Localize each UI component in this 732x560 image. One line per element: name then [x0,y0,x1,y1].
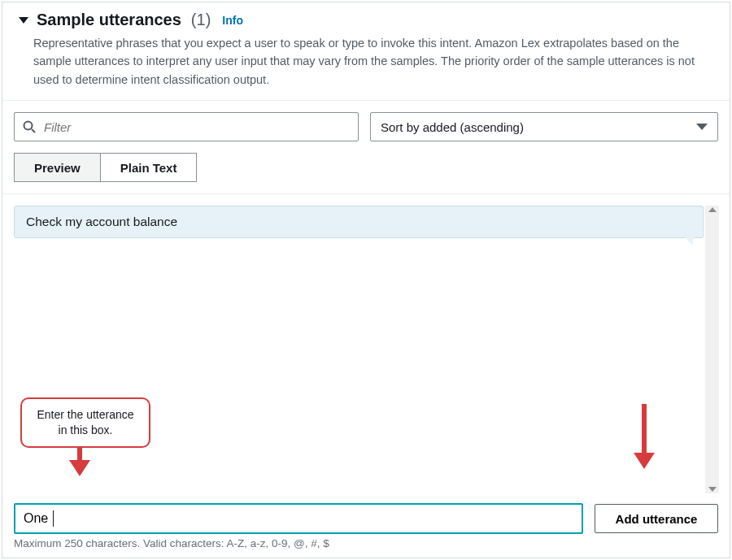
tab-plain-text[interactable]: Plain Text [101,153,198,182]
section-title: Sample utterances [37,11,181,29]
collapse-caret-icon[interactable] [19,17,28,24]
section-description: Representative phrases that you expect a… [19,34,713,89]
tab-preview[interactable]: Preview [14,153,101,182]
chevron-down-icon [696,124,708,130]
sort-dropdown[interactable]: Sort by added (ascending) [370,112,718,141]
utterance-input-wrap [14,503,583,534]
scroll-down-icon[interactable] [708,487,717,492]
filters-row: Sort by added (ascending) [2,101,730,150]
utterance-count: (1) [191,11,211,29]
sort-label: Sort by added (ascending) [381,120,524,134]
filter-input[interactable] [42,119,350,135]
add-utterance-row: Add utterance [2,498,730,534]
annotation-arrow-right [634,404,655,469]
panel-header: Sample utterances (1) Info Representativ… [2,2,730,101]
svg-line-1 [32,129,35,132]
scrollbar[interactable] [705,206,719,493]
svg-point-0 [24,122,33,130]
sample-utterances-panel: Sample utterances (1) Info Representativ… [2,2,730,558]
utterance-input[interactable] [14,503,583,534]
utterance-list-area: Check my account balance Enter the utter… [2,193,730,498]
view-mode-tabs: Preview Plain Text [14,153,718,182]
utterance-scroll-region[interactable]: Check my account balance [14,206,704,493]
filter-field[interactable] [14,112,359,141]
info-link[interactable]: Info [222,14,243,27]
input-helper-text: Maximum 250 characters. Valid characters… [2,534,730,558]
utterance-bubble[interactable]: Check my account balance [14,206,704,238]
title-row: Sample utterances (1) Info [19,11,713,29]
add-utterance-button[interactable]: Add utterance [595,504,718,533]
text-cursor-icon [53,510,54,527]
search-icon [23,120,36,133]
scroll-up-icon[interactable] [708,207,717,212]
annotation-callout: Enter the utterance in this box. [20,397,150,448]
annotation-text: Enter the utterance in this box. [37,408,133,436]
annotation-arrow-left [69,444,90,476]
